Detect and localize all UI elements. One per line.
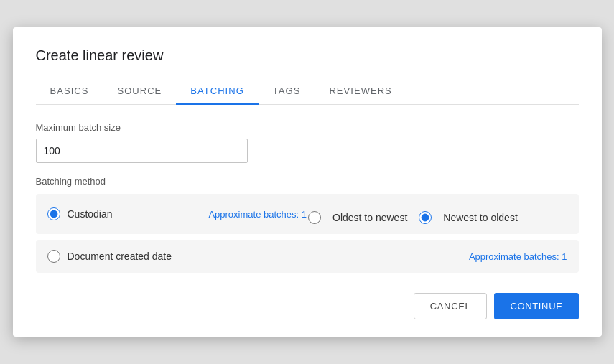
custodian-approx-value: 1	[302, 209, 307, 220]
doc-created-approx-text: Approximate batches:	[469, 251, 562, 262]
max-batch-size-input[interactable]	[36, 139, 248, 163]
tabs-bar: BASICS SOURCE BATCHING TAGS REVIEWERS	[36, 78, 579, 105]
radio-custodian[interactable]	[47, 207, 60, 220]
max-batch-size-label: Maximum batch size	[36, 122, 579, 133]
dialog-title: Create linear review	[36, 47, 579, 64]
oldest-to-newest-label[interactable]: Oldest to newest	[332, 212, 407, 223]
custodian-approx: Approximate batches: 1	[208, 209, 307, 220]
dialog-footer: CANCEL CONTINUE	[36, 293, 579, 319]
method-row-doc-created: Document created date Approximate batche…	[47, 250, 567, 263]
cancel-button[interactable]: CANCEL	[414, 293, 488, 319]
sub-radio-oldest: Oldest to newest	[308, 211, 407, 224]
method-option-doc-created: Document created date Approximate batche…	[36, 240, 579, 273]
radio-oldest-to-newest[interactable]	[308, 211, 321, 224]
newest-to-oldest-label[interactable]: Newest to oldest	[443, 212, 518, 223]
custodian-label[interactable]: Custodian	[68, 208, 113, 220]
method-row-custodian: Custodian Approximate batches: 1	[47, 207, 307, 220]
continue-button[interactable]: CONTINUE	[494, 293, 578, 319]
sub-radio-newest: Newest to oldest	[419, 211, 518, 224]
radio-newest-to-oldest[interactable]	[419, 211, 432, 224]
doc-created-label[interactable]: Document created date	[68, 251, 172, 262]
tab-batching[interactable]: BATCHING	[176, 78, 259, 105]
date-direction-row: Oldest to newest Newest to oldest	[307, 211, 567, 224]
tab-basics[interactable]: BASICS	[36, 78, 103, 105]
dialog: Create linear review BASICS SOURCE BATCH…	[13, 27, 602, 337]
batching-method-label: Batching method	[36, 176, 579, 187]
doc-created-approx-value: 1	[562, 251, 567, 262]
method-option-custodian: Custodian Approximate batches: 1 Oldest …	[36, 194, 579, 234]
radio-document-created-date[interactable]	[47, 250, 60, 263]
sub-radio-group: Oldest to newest Newest to oldest	[308, 211, 518, 224]
tab-source[interactable]: SOURCE	[103, 78, 176, 105]
custodian-approx-text: Approximate batches:	[208, 209, 301, 220]
tab-tags[interactable]: TAGS	[259, 78, 315, 105]
doc-created-approx: Approximate batches: 1	[469, 251, 567, 262]
tab-reviewers[interactable]: REVIEWERS	[315, 78, 406, 105]
